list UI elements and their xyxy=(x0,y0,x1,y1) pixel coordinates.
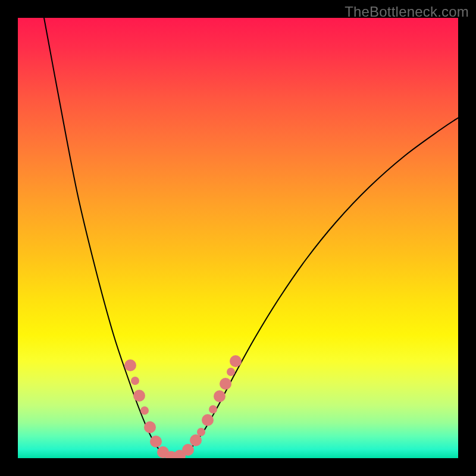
highlighted-point xyxy=(230,355,242,367)
plot-area xyxy=(18,18,458,458)
highlighted-point xyxy=(150,436,162,447)
highlighted-point xyxy=(227,368,235,376)
highlighted-point xyxy=(190,434,202,446)
highlighted-point xyxy=(197,428,205,436)
highlighted-point xyxy=(182,444,194,456)
chart-svg xyxy=(18,18,458,458)
highlighted-point xyxy=(124,359,136,371)
highlighted-point xyxy=(220,378,231,390)
highlighted-point xyxy=(140,406,149,415)
bottleneck-curve xyxy=(44,18,458,458)
highlighted-point xyxy=(144,421,156,433)
highlighted-point xyxy=(214,390,226,402)
outer-frame: TheBottleneck.com xyxy=(0,0,476,476)
highlighted-point xyxy=(133,390,145,402)
highlighted-point xyxy=(209,405,217,414)
highlighted-points-group xyxy=(124,355,242,458)
highlighted-point xyxy=(202,414,214,426)
highlighted-point xyxy=(131,377,139,385)
